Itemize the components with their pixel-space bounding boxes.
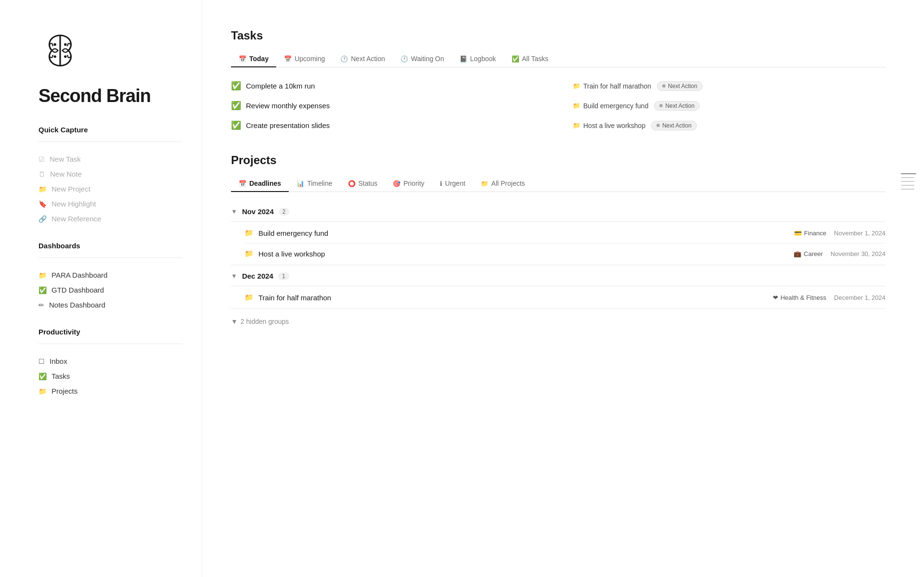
inbox-label: Inbox: [50, 357, 67, 365]
timeline-tab-icon: 📊: [296, 180, 304, 187]
proj-name-live-workshop: 📁 Host a live workshop: [244, 249, 794, 258]
tab-upcoming[interactable]: 📅 Upcoming: [276, 51, 333, 67]
new-highlight-item[interactable]: 🔖 New Highlight: [38, 196, 182, 211]
scroll-bar-3: [901, 181, 914, 182]
dashboards-title: Dashboards: [38, 242, 182, 250]
tab-timeline[interactable]: 📊 Timeline: [289, 176, 340, 192]
career-icon: 💼: [794, 250, 801, 257]
proj-meta-live-workshop: 💼 Career November 30, 2024: [794, 250, 886, 257]
badge-dot-1: [662, 84, 666, 88]
new-project-item[interactable]: 📁 New Project: [38, 181, 182, 196]
hidden-groups-toggle[interactable]: ▼ 2 hidden groups: [231, 310, 886, 329]
task-badge-1: Next Action: [657, 81, 703, 91]
tab-next-action[interactable]: 🕐 Next Action: [333, 51, 393, 67]
tasks-section-title: Tasks: [231, 29, 886, 42]
notes-dashboard-label: Notes Dashboard: [49, 301, 105, 309]
new-reference-item[interactable]: 🔗 New Reference: [38, 211, 182, 226]
chevron-hidden-icon: ▼: [231, 318, 238, 325]
proj-folder-icon-3: 📁: [244, 293, 254, 302]
project-label-build-emergency: Build emergency fund: [258, 229, 328, 237]
all-projects-tab-icon: 📁: [481, 180, 488, 187]
new-highlight-label: New Highlight: [51, 200, 96, 208]
quick-capture-title: Quick Capture: [38, 126, 182, 134]
urgent-tab-icon: ℹ: [440, 180, 442, 187]
timeline-tab-label: Timeline: [307, 180, 332, 187]
gtd-dashboard-item[interactable]: ✅ GTD Dashboard: [38, 282, 182, 297]
project-label-live-workshop: Host a live workshop: [258, 250, 325, 258]
reference-icon: 🔗: [38, 215, 47, 223]
tab-urgent[interactable]: ℹ Urgent: [432, 176, 473, 192]
tab-waiting-on[interactable]: 🕐 Waiting On: [393, 51, 452, 67]
group-nov-2024[interactable]: ▼ Nov 2024 2: [231, 202, 886, 220]
tab-status[interactable]: ⭕ Status: [340, 176, 385, 192]
tab-priority[interactable]: 🎯 Priority: [385, 176, 432, 192]
live-workshop-date: November 30, 2024: [831, 250, 886, 257]
proj-name-half-marathon: 📁 Train for half marathon: [244, 293, 773, 302]
projects-section: Projects 📅 Deadlines 📊 Timeline ⭕ Status…: [231, 154, 886, 329]
task-check-1: ✅: [231, 81, 241, 91]
task-project-label-2: Build emergency fund: [583, 102, 648, 110]
notes-icon: ✏: [38, 301, 44, 309]
project-row-half-marathon[interactable]: 📁 Train for half marathon ❤ Health & Fit…: [231, 287, 886, 308]
tab-deadlines[interactable]: 📅 Deadlines: [231, 176, 289, 192]
project-row-build-emergency[interactable]: 📁 Build emergency fund 💳 Finance Novembe…: [231, 223, 886, 243]
task-badge-2: Next Action: [654, 101, 700, 111]
svg-point-3: [54, 55, 56, 58]
today-tab-icon: 📅: [239, 55, 246, 63]
tab-all-projects[interactable]: 📁 All Projects: [473, 176, 533, 192]
highlight-icon: 🔖: [38, 200, 47, 208]
scroll-bar-4: [901, 185, 914, 186]
group-nov-label: Nov 2024: [242, 207, 274, 216]
logbook-tab-icon: 📓: [460, 55, 467, 63]
new-note-item[interactable]: 🗒 New Note: [38, 167, 182, 181]
para-dashboard-item[interactable]: 📁 PARA Dashboard: [38, 268, 182, 282]
quick-capture-divider: [38, 141, 182, 142]
tab-today[interactable]: 📅 Today: [231, 51, 276, 67]
task-row-2[interactable]: ✅ Review monthly expenses: [231, 97, 544, 115]
next-action-tab-label: Next Action: [351, 55, 385, 63]
all-projects-tab-label: All Projects: [491, 180, 525, 187]
task-label-2: Review monthly expenses: [246, 102, 330, 110]
dashboards-divider: [38, 257, 182, 258]
main-content: Tasks 📅 Today 📅 Upcoming 🕐 Next Action 🕐…: [202, 0, 924, 577]
new-task-label: New Task: [50, 155, 81, 163]
deadlines-tab-icon: 📅: [239, 180, 246, 187]
notes-dashboard-item[interactable]: ✏ Notes Dashboard: [38, 297, 182, 312]
svg-point-1: [54, 43, 56, 46]
finance-icon: 💳: [794, 230, 802, 237]
task-row-1[interactable]: ✅ Complete a 10km run: [231, 77, 544, 95]
scroll-bar-1: [901, 173, 916, 174]
proj-tag-finance: 💳 Finance: [794, 230, 826, 237]
task-project-label-3: Host a live workshop: [583, 122, 645, 129]
task-right-3: 📁 Host a live workshop Next Action: [573, 116, 886, 134]
task-row-3[interactable]: ✅ Create presentation slides: [231, 116, 544, 134]
project-row-live-workshop[interactable]: 📁 Host a live workshop 💼 Career November…: [231, 244, 886, 264]
nov-top-divider: [231, 221, 886, 222]
tasks-item[interactable]: ✅ Tasks: [38, 369, 182, 384]
task-label-3: Create presentation slides: [246, 121, 330, 129]
tab-all-tasks[interactable]: ✅ All Tasks: [504, 51, 556, 67]
all-tasks-tab-label: All Tasks: [522, 55, 549, 63]
inbox-item[interactable]: ☐ Inbox: [38, 354, 182, 369]
project-label-half-marathon: Train for half marathon: [258, 294, 331, 302]
task-proj-icon-1: 📁: [573, 82, 580, 90]
group-dec-label: Dec 2024: [242, 272, 273, 280]
hidden-groups-label: 2 hidden groups: [241, 318, 289, 325]
new-note-label: New Note: [50, 170, 82, 178]
dec-bottom-divider: [231, 308, 886, 309]
deadlines-tab-label: Deadlines: [249, 180, 281, 187]
new-project-label: New Project: [51, 185, 90, 193]
projects-item[interactable]: 📁 Projects: [38, 384, 182, 398]
new-task-item[interactable]: ☑ New Task: [38, 152, 182, 167]
productivity-section: Productivity ☐ Inbox ✅ Tasks 📁 Projects: [38, 328, 182, 398]
task-right-2: 📁 Build emergency fund Next Action: [573, 97, 886, 115]
group-dec-2024[interactable]: ▼ Dec 2024 1: [231, 266, 886, 285]
dec-top-divider: [231, 286, 886, 286]
tasks-section: Tasks 📅 Today 📅 Upcoming 🕐 Next Action 🕐…: [231, 29, 886, 134]
para-dashboard-label: PARA Dashboard: [51, 271, 107, 279]
projects-section-title: Projects: [231, 154, 886, 167]
new-reference-label: New Reference: [51, 215, 101, 223]
tab-logbook[interactable]: 📓 Logbook: [452, 51, 504, 67]
svg-point-2: [64, 43, 66, 46]
para-icon: 📁: [38, 271, 47, 279]
